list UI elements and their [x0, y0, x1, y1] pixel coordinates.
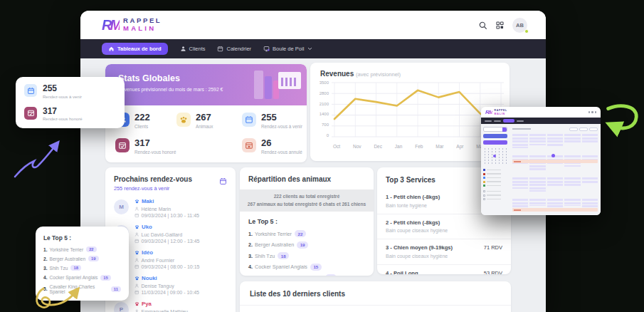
prochains-rdv-subtitle[interactable]: 255 rendez-vous à venir	[114, 185, 192, 192]
count-badge: 15	[100, 275, 110, 281]
top5-item: 3. Shih Tzu 18	[43, 265, 121, 271]
person-icon	[134, 232, 139, 237]
float-stat-rdv-a-venir: 255Rendez-vous à venir	[24, 84, 116, 99]
app-header: RM RAPPEL MALIN AB	[80, 11, 546, 39]
stat-animaux: 267Animaux	[176, 113, 213, 129]
float-stat-rdv-honore: 317Rendez-vous honoré	[24, 107, 116, 122]
stats-globales-card: Stats Globales Revenues prévisionnel du …	[105, 64, 307, 162]
count-badge: 11	[325, 274, 337, 276]
mini-screenshot-header: RM RAPPEL MALIN	[481, 107, 601, 118]
nav-calendrier[interactable]: Boule de Poil Calendrier	[217, 46, 251, 52]
paw-icon	[134, 199, 139, 204]
stats-globales-title: Stats Globales	[118, 73, 180, 83]
repartition-animaux-card: Répartition des animaux 222 clients au t…	[240, 167, 374, 276]
mini-month-calendar	[483, 147, 507, 165]
pet-name: Nouki	[142, 275, 157, 281]
pet-name: Uko	[142, 224, 152, 230]
paw-icon	[134, 301, 139, 306]
mini-legend	[483, 169, 507, 187]
owner-name: Denise Tanguy	[142, 284, 174, 288]
rdv-list-item[interactable]: I Idéo André Fournier	[114, 249, 227, 269]
top5-item: 1. Yorkshire Terrier 22	[43, 246, 121, 252]
derniers-clients-card: Liste des 10 derniers clients CLIENTS AN…	[240, 281, 511, 312]
logo-monogram: RM	[102, 17, 120, 33]
clients-icon	[180, 46, 186, 52]
pet-name: Maki	[142, 198, 154, 204]
rdv-list-item[interactable]: P Pya Emmanuelle Mathieu	[114, 301, 227, 312]
app-window: RM RAPPEL MALIN AB	[80, 11, 546, 312]
nav-boule-de-poil[interactable]: Boule de Poil	[263, 46, 312, 52]
owner-name: Hélène Marin	[142, 207, 171, 212]
chevron-down-icon	[307, 46, 312, 51]
stat-rdv-honore: 317Rendez-vous honoré	[115, 138, 176, 155]
breed-name: Yorkshire Terrier	[255, 231, 292, 237]
pet-name: Pya	[142, 301, 152, 307]
breed-name: Cocker Spaniel Anglais	[50, 275, 98, 280]
top5-item: 4. Cocker Spaniel Anglais 15	[43, 275, 121, 281]
count-badge: 19	[297, 241, 308, 249]
service-item: 2 - Petit chien (-8kgs) Bain coupe cisea…	[377, 214, 511, 239]
rdv-list-item[interactable]: U Uko Luc David-Gaillard	[114, 224, 227, 244]
count-badge: 15	[310, 264, 322, 271]
breed-name: Shih Tzu	[50, 266, 68, 271]
service-name: 4 - Poil Long	[386, 270, 452, 275]
yellow-loop-arrow	[32, 285, 93, 312]
app-logo[interactable]: RM RAPPEL MALIN	[102, 17, 162, 33]
owner-name: André Fournier	[142, 258, 175, 263]
calendar-icon	[217, 46, 223, 52]
top5-item: 5. Cavalier King Charles Spaniel 11	[248, 274, 365, 276]
service-detail: Bain coupe ciseaux hygiène	[386, 254, 453, 259]
calendar-icon	[134, 239, 139, 244]
stats-globales-subtitle: Revenues prévisionnel du mois de mars : …	[118, 87, 223, 92]
main-nav: Tableaux de bord Clients Boule de Poil C…	[80, 39, 546, 58]
nav-clients[interactable]: Clients	[180, 46, 206, 52]
service-name: 3 - Chien moyen (9-19kgs)	[386, 244, 453, 251]
service-detail: Bain tonte hygiène	[386, 203, 440, 208]
top5-item: 3. Shih Tzu 18	[248, 252, 365, 259]
avatar-initials: AB	[516, 22, 524, 28]
stat-rdv-annule: 26Rendez-vous annulé	[242, 138, 302, 155]
breed-name: Berger Australien	[255, 241, 294, 248]
clients-table-header: CLIENTS ANIMAL DE MOBILE PROCHAINS RDV	[240, 306, 511, 312]
service-name: 2 - Petit chien (-8kgs)	[386, 219, 448, 226]
breed-name: Yorkshire Terrier	[50, 247, 84, 252]
logo-line2: MALIN	[123, 25, 162, 33]
count-badge: 22	[295, 230, 306, 237]
person-icon	[134, 207, 139, 212]
paw-icon	[134, 276, 139, 281]
person-icon	[134, 309, 139, 312]
rdv-list-item[interactable]: M Maki Hélène Marin	[114, 198, 227, 218]
online-status-dot	[524, 29, 529, 33]
composite-stage: RM RAPPEL MALIN AB	[0, 0, 644, 312]
repartition-banner: 222 clients au total enregistré 267 anim…	[240, 189, 374, 212]
green-curved-arrow	[601, 102, 641, 137]
calendar-icon	[24, 84, 37, 97]
search-icon[interactable]	[478, 21, 487, 30]
mini-screenshot-sidebar	[481, 124, 510, 215]
dashboard-content: Stats Globales Revenues prévisionnel du …	[80, 58, 546, 312]
top5-item: 2. Berger Australien 19	[43, 256, 121, 261]
calendar-x-icon	[242, 138, 256, 152]
top5-item: 4. Cocker Spaniel Anglais 15	[248, 264, 365, 271]
stats-globales-header: Stats Globales Revenues prévisionnel du …	[105, 64, 307, 105]
stat-rdv-a-venir: 255Rendez-vous à venir	[242, 113, 302, 129]
rdv-list-item[interactable]: N Nouki Denise Tanguy	[114, 275, 227, 295]
calendar-link-icon[interactable]	[219, 175, 227, 183]
rdv-datetime: 11/03/2024 | 09:00 - 10:45	[142, 290, 199, 295]
count-badge: 11	[111, 286, 121, 292]
calendar-icon	[134, 264, 139, 269]
service-detail: Bain coupe ciseaux hygiène	[386, 228, 448, 233]
top5-title: Le Top 5 :	[248, 218, 365, 225]
rdv-datetime: 09/03/2024 | 10:30 - 11:45	[142, 213, 199, 218]
service-rdv-count: 53 RDV	[484, 270, 502, 275]
owner-name: Emmanuelle Mathieu	[142, 309, 189, 312]
person-icon	[134, 258, 139, 263]
nav-tableaux-de-bord[interactable]: Tableaux de bord	[102, 43, 168, 55]
count-badge: 18	[70, 265, 80, 271]
owner-name: Luc David-Gaillard	[142, 232, 183, 237]
avatar[interactable]: AB	[512, 18, 527, 33]
count-badge: 19	[88, 256, 98, 261]
calendar-check-icon	[115, 138, 130, 152]
app-icon	[263, 46, 270, 52]
apps-grid-icon[interactable]	[495, 21, 505, 30]
